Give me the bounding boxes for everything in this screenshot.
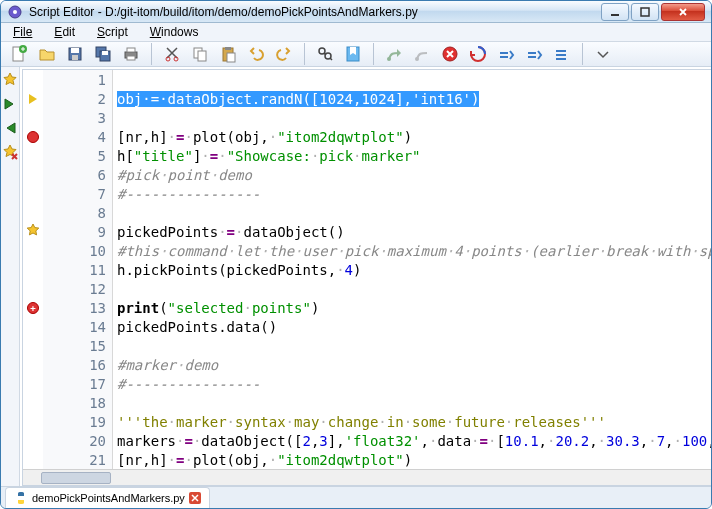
run-selection-button[interactable]	[410, 42, 434, 66]
find-button[interactable]	[313, 42, 337, 66]
app-window: Script Editor - D:/git-itom/build/itom/d…	[0, 0, 712, 509]
menubar: File Edit Script Windows	[1, 23, 711, 42]
svg-rect-14	[127, 56, 135, 60]
stop-button[interactable]	[438, 42, 462, 66]
svg-rect-13	[127, 48, 135, 52]
continue-button[interactable]	[466, 42, 490, 66]
print-button[interactable]	[119, 42, 143, 66]
menu-script[interactable]: Script	[91, 23, 134, 41]
bookmark-add-icon[interactable]	[1, 71, 19, 89]
maximize-button[interactable]	[631, 3, 659, 21]
menu-windows[interactable]: Windows	[144, 23, 205, 41]
svg-rect-21	[227, 53, 235, 62]
code-content[interactable]: obj·=·dataObject.randN([1024,1024],'int1…	[113, 70, 712, 469]
toolbar	[1, 42, 711, 67]
horizontal-scrollbar[interactable]	[23, 469, 712, 485]
bookmark-button[interactable]	[341, 42, 365, 66]
window-title: Script Editor - D:/git-itom/build/itom/d…	[29, 5, 601, 19]
svg-point-25	[387, 57, 391, 61]
tab-close-button[interactable]	[189, 492, 201, 504]
run-button[interactable]	[382, 42, 406, 66]
line-gutter: 123456789101112131415161718192021	[43, 70, 113, 469]
step-over-button[interactable]	[494, 42, 518, 66]
nav-next-icon[interactable]	[1, 95, 19, 113]
svg-rect-7	[71, 48, 79, 53]
sidebar	[1, 67, 20, 486]
step-out-button[interactable]	[550, 42, 574, 66]
workarea: 123456789101112131415161718192021 obj·=·…	[1, 67, 711, 486]
svg-rect-2	[611, 14, 619, 16]
undo-button[interactable]	[244, 42, 268, 66]
open-file-button[interactable]	[35, 42, 59, 66]
redo-button[interactable]	[272, 42, 296, 66]
save-all-button[interactable]	[91, 42, 115, 66]
nav-prev-icon[interactable]	[1, 119, 19, 137]
app-icon	[7, 4, 23, 20]
toolbar-overflow-button[interactable]	[591, 42, 615, 66]
close-button[interactable]	[661, 3, 705, 21]
copy-button[interactable]	[188, 42, 212, 66]
svg-rect-11	[102, 51, 108, 55]
save-button[interactable]	[63, 42, 87, 66]
step-into-button[interactable]	[522, 42, 546, 66]
svg-point-1	[13, 10, 17, 14]
code-area[interactable]: 123456789101112131415161718192021 obj·=·…	[23, 70, 712, 469]
svg-point-26	[415, 57, 419, 61]
paste-button[interactable]	[216, 42, 240, 66]
svg-rect-8	[72, 55, 78, 60]
svg-rect-3	[641, 8, 649, 16]
new-file-button[interactable]	[7, 42, 31, 66]
bookmark-clear-icon[interactable]	[1, 143, 19, 161]
svg-rect-18	[198, 51, 206, 61]
editor: 123456789101112131415161718192021 obj·=·…	[22, 69, 712, 486]
menu-file[interactable]: File	[7, 23, 38, 41]
file-tab[interactable]: demoPickPointsAndMarkers.py	[5, 487, 210, 508]
minimize-button[interactable]	[601, 3, 629, 21]
tabbar: demoPickPointsAndMarkers.py	[1, 486, 711, 508]
python-file-icon	[14, 491, 28, 505]
tab-label: demoPickPointsAndMarkers.py	[32, 492, 185, 504]
cut-button[interactable]	[160, 42, 184, 66]
titlebar: Script Editor - D:/git-itom/build/itom/d…	[1, 1, 711, 23]
menu-edit[interactable]: Edit	[48, 23, 81, 41]
svg-rect-20	[225, 47, 231, 50]
